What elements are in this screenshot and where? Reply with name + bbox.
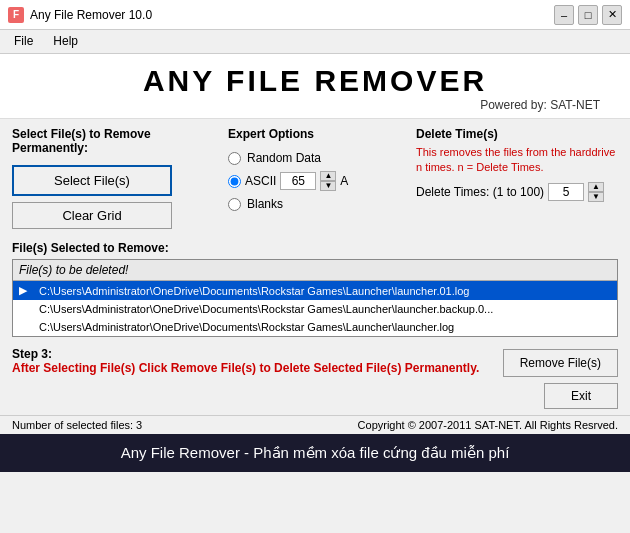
delete-times-desc: This removes the files from the harddriv…: [416, 145, 616, 176]
controls-section: Select File(s) to Remove Permanently: Se…: [0, 119, 630, 237]
ascii-radio[interactable]: [228, 175, 241, 188]
blanks-radio[interactable]: [228, 198, 241, 211]
ascii-option[interactable]: ASCII ▲ ▼ A: [228, 171, 408, 191]
menu-bar: File Help: [0, 30, 630, 54]
file-path: C:\Users\Administrator\OneDrive\Document…: [33, 300, 617, 318]
blanks-option[interactable]: Blanks: [228, 197, 408, 211]
ascii-spinner-buttons: ▲ ▼: [320, 171, 336, 191]
files-label: File(s) Selected to Remove:: [12, 241, 618, 255]
title-bar-controls: – □ ✕: [554, 5, 622, 25]
menu-help[interactable]: Help: [43, 32, 88, 51]
step-text: Step 3: After Selecting File(s) Click Re…: [12, 347, 479, 375]
exit-button[interactable]: Exit: [544, 383, 618, 409]
bottom-banner: Any File Remover - Phần mềm xóa file cứn…: [0, 434, 630, 472]
minimize-button[interactable]: –: [554, 5, 574, 25]
menu-file[interactable]: File: [4, 32, 43, 51]
files-header: File(s) to be deleted!: [13, 260, 617, 281]
delete-times-input[interactable]: [548, 183, 584, 201]
ascii-down-button[interactable]: ▼: [320, 181, 336, 191]
row-arrow: ▶: [13, 281, 33, 300]
files-count: Number of selected files: 3: [12, 419, 142, 431]
title-bar: F Any File Remover 10.0 – □ ✕: [0, 0, 630, 30]
delete-times-panel: Delete Time(s) This removes the files fr…: [408, 127, 618, 229]
table-row[interactable]: C:\Users\Administrator\OneDrive\Document…: [13, 318, 617, 336]
random-data-radio[interactable]: [228, 152, 241, 165]
exit-row: Exit: [0, 381, 630, 415]
delete-times-spinner-buttons: ▲ ▼: [588, 182, 604, 202]
title-bar-text: Any File Remover 10.0: [30, 8, 152, 22]
ascii-label: ASCII: [245, 174, 276, 188]
title-bar-left: F Any File Remover 10.0: [8, 7, 152, 23]
powered-by: Powered by: SAT-NET: [0, 98, 630, 112]
app-title: ANY FILE REMOVER: [0, 64, 630, 98]
row-arrow: [13, 318, 33, 336]
files-table-container: File(s) to be deleted! ▶ C:\Users\Admini…: [12, 259, 618, 337]
ascii-value-input[interactable]: [280, 172, 316, 190]
ascii-char: A: [340, 174, 348, 188]
delete-times-title: Delete Time(s): [416, 127, 618, 141]
expert-options-panel: Expert Options Random Data ASCII ▲ ▼ A B…: [228, 127, 408, 229]
remove-files-button[interactable]: Remove File(s): [503, 349, 618, 377]
maximize-button[interactable]: □: [578, 5, 598, 25]
random-data-label: Random Data: [247, 151, 321, 165]
delete-times-row: Delete Times: (1 to 100) ▲ ▼: [416, 182, 618, 202]
ascii-up-button[interactable]: ▲: [320, 171, 336, 181]
close-button[interactable]: ✕: [602, 5, 622, 25]
files-table: ▶ C:\Users\Administrator\OneDrive\Docume…: [13, 281, 617, 336]
table-row[interactable]: ▶ C:\Users\Administrator\OneDrive\Docume…: [13, 281, 617, 300]
file-path: C:\Users\Administrator\OneDrive\Document…: [33, 318, 617, 336]
file-path: C:\Users\Administrator\OneDrive\Document…: [33, 281, 617, 300]
step-description: After Selecting File(s) Click Remove Fil…: [12, 361, 479, 375]
row-arrow: [13, 300, 33, 318]
status-bar: Number of selected files: 3 Copyright © …: [0, 415, 630, 434]
step-section: Step 3: After Selecting File(s) Click Re…: [0, 341, 630, 381]
left-panel: Select File(s) to Remove Permanently: Se…: [12, 127, 228, 229]
clear-grid-button[interactable]: Clear Grid: [12, 202, 172, 229]
random-data-option[interactable]: Random Data: [228, 151, 408, 165]
select-files-button[interactable]: Select File(s): [12, 165, 172, 196]
app-icon: F: [8, 7, 24, 23]
app-header: ANY FILE REMOVER Powered by: SAT-NET: [0, 54, 630, 119]
table-row[interactable]: C:\Users\Administrator\OneDrive\Document…: [13, 300, 617, 318]
blanks-label: Blanks: [247, 197, 283, 211]
step-label: Step 3:: [12, 347, 52, 361]
delete-times-up-button[interactable]: ▲: [588, 182, 604, 192]
copyright: Copyright © 2007-2011 SAT-NET. All Right…: [358, 419, 618, 431]
select-label: Select File(s) to Remove Permanently:: [12, 127, 228, 155]
delete-times-label: Delete Times: (1 to 100): [416, 185, 544, 199]
files-section: File(s) Selected to Remove: File(s) to b…: [0, 237, 630, 341]
bottom-banner-text: Any File Remover - Phần mềm xóa file cứn…: [121, 444, 510, 461]
expert-options-title: Expert Options: [228, 127, 408, 141]
delete-times-down-button[interactable]: ▼: [588, 192, 604, 202]
